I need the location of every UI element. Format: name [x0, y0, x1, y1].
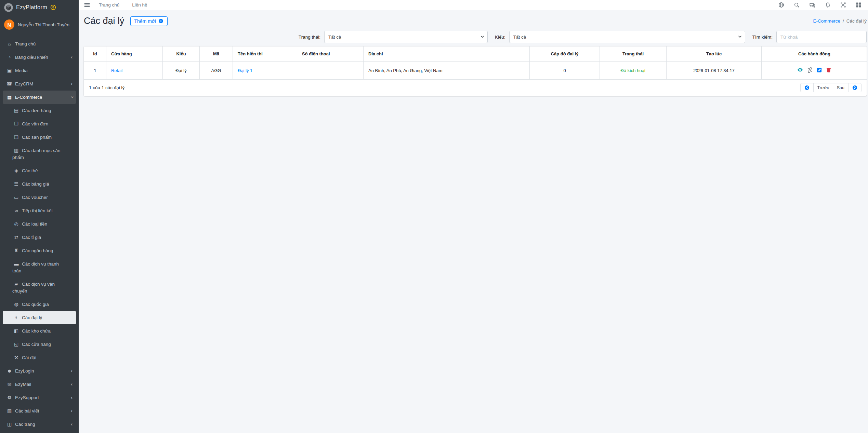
sidebar-item-settings[interactable]: ⚒Cài đặt [3, 351, 76, 364]
table-footer: 1 của 1 các đại lý Trước Sau [84, 80, 867, 96]
chevron-left-icon: ‹ [71, 421, 73, 428]
chevron-left-icon: ‹ [71, 80, 73, 87]
sidebar-item-label: EzyLogin [15, 368, 34, 374]
menu-icon[interactable] [84, 2, 90, 8]
bell-icon[interactable] [825, 2, 831, 8]
sidebar-item-ecommerce[interactable]: ▦E-Commerce‹ [3, 91, 76, 104]
cell-address: An Bình, An Phú, An Giang, Việt Nam [368, 68, 443, 73]
sidebar-item-tags[interactable]: ◈Các thẻ [3, 164, 76, 177]
breadcrumb-parent[interactable]: E-Commerce [813, 18, 840, 24]
sidebar-item-label: Các cửa hàng [22, 342, 51, 347]
view-icon[interactable] [797, 67, 803, 73]
sidebar-item-categories[interactable]: ▥Các danh mục sản phẩm [3, 144, 76, 164]
column-header-display_name: Tên hiển thị [233, 46, 297, 62]
sidebar-item-orders[interactable]: ▤Các đơn hàng [3, 104, 76, 117]
grid-icon[interactable] [856, 2, 862, 8]
affiliate-icon: ∞ [12, 207, 20, 214]
table-row: 1RetailĐại lýAGGĐại lý 1An Bình, An Phú,… [84, 62, 867, 80]
unlink-icon[interactable] [807, 67, 813, 73]
shipping-icon: ▰ [12, 281, 20, 287]
globe-icon[interactable] [778, 2, 784, 8]
sidebar-item-home[interactable]: ⌂Trang chủ [3, 37, 76, 51]
sidebar-item-posts[interactable]: ▧Các bài viết‹ [3, 404, 76, 418]
bank-icon: ♜ [12, 247, 20, 254]
sidebar-item-shipments[interactable]: ❒Các vận đơn [3, 117, 76, 131]
orders-icon: ▤ [12, 107, 20, 114]
sidebar-item-shipping[interactable]: ▰Các dịch vụ vận chuyển [3, 278, 76, 298]
cell-display_name[interactable]: Đại lý 1 [238, 68, 252, 73]
status-filter-select[interactable]: Tất cả [324, 31, 488, 43]
status-filter-label: Trạng thái: [299, 35, 320, 40]
cell-level: 0 [563, 68, 566, 73]
comments-icon[interactable] [809, 2, 815, 8]
first-page-button[interactable] [801, 83, 813, 92]
ecommerce-icon: ▦ [5, 94, 13, 100]
expand-icon[interactable] [840, 2, 846, 8]
next-page-button[interactable]: Sau [833, 83, 848, 92]
delete-icon[interactable] [826, 67, 831, 73]
search-label: Tìm kiếm: [752, 35, 773, 40]
sidebar-item-products[interactable]: ❑Các sản phẩm [3, 131, 76, 144]
sidebar-item-label: Các bài viết [15, 408, 39, 414]
sidebar-item-media[interactable]: ▣Media [3, 64, 76, 77]
sidebar-item-currency[interactable]: ◎Các loại tiền [3, 217, 76, 231]
column-header-type: Kiểu [163, 46, 200, 62]
sidebar-item-country[interactable]: ◍Các quốc gia [3, 298, 76, 311]
cell-store[interactable]: Retail [111, 68, 122, 73]
agents-table-card: IdCửa hàngKiểuMãTên hiển thịSố điện thoạ… [84, 46, 867, 96]
brand-link[interactable]: EzyPlatform [0, 0, 79, 15]
sidebar-item-pages[interactable]: ◫Các trang‹ [3, 418, 76, 431]
sidebar-item-label: EzySupport [15, 395, 39, 400]
edit-icon[interactable] [816, 67, 822, 73]
chevron-left-icon: ‹ [71, 381, 73, 388]
search-input[interactable] [776, 31, 867, 43]
sidebar-item-warehouse[interactable]: ◧Các kho chứa [3, 324, 76, 338]
topbar-link-contact[interactable]: Liên hệ [128, 2, 151, 8]
topbar-icons [778, 2, 863, 8]
sidebar-item-label: E-Commerce [15, 95, 42, 100]
sidebar-item-label: Cài đặt [22, 355, 37, 360]
sidebar-item-store[interactable]: ◱Các cửa hàng [3, 338, 76, 351]
cell-created_at: 2026-01-08 17:34:17 [693, 68, 735, 73]
sidebar-item-label: EzyCRM [15, 81, 33, 86]
topbar-link-home[interactable]: Trang chủ [95, 2, 123, 8]
sidebar-item-dashboard[interactable]: ◔Bảng điều khiển‹ [3, 51, 76, 64]
sidebar-item-item[interactable]: ▬ [3, 431, 76, 433]
sidebar-item-label: Media [15, 68, 28, 73]
avatar: N [4, 19, 14, 30]
sidebar-item-login[interactable]: ☻EzyLogin‹ [3, 364, 76, 378]
sidebar-item-exchange[interactable]: ⇄Các tỉ giá [3, 231, 76, 244]
user-panel[interactable]: N Nguyễn Thị Thanh Tuyền [0, 15, 79, 35]
sidebar-item-bank[interactable]: ♜Các ngân hàng [3, 244, 76, 257]
filter-bar: Trạng thái: Tất cả Kiểu: Tất cả Tìm kiếm… [84, 31, 867, 43]
breadcrumb: E-Commerce / Các đại lý [813, 18, 867, 24]
search-icon[interactable] [794, 2, 800, 8]
results-summary: 1 của 1 các đại lý [89, 85, 124, 90]
shipments-icon: ❒ [12, 120, 20, 127]
sidebar-item-payment[interactable]: ▬Các dịch vụ thanh toán [3, 257, 76, 278]
sidebar-item-pricelist[interactable]: ☰Các bảng giá [3, 177, 76, 191]
user-name: Nguyễn Thị Thanh Tuyền [18, 22, 69, 27]
sidebar-item-agents[interactable]: ♆Các đại lý [3, 311, 76, 324]
last-page-button[interactable] [848, 83, 861, 92]
chevron-left-icon: ‹ [71, 54, 73, 60]
column-header-code: Mã [200, 46, 233, 62]
sidebar-item-label: Các tỉ giá [22, 235, 41, 240]
row-actions [797, 67, 831, 73]
sidebar-item-voucher[interactable]: ▭Các voucher [3, 191, 76, 204]
column-header-created_at: Tạo lúc [667, 46, 762, 62]
agents-icon: ♆ [12, 314, 20, 321]
brand-title: EzyPlatform [16, 4, 47, 11]
sidebar-item-label: Các quốc gia [22, 302, 49, 307]
sidebar-item-support[interactable]: ☸EzySupport‹ [3, 391, 76, 404]
sidebar-item-label: Các loại tiền [22, 221, 47, 227]
add-new-button[interactable]: Thêm mới [130, 16, 168, 26]
sidebar-item-mail[interactable]: ✉EzyMail‹ [3, 378, 76, 391]
previous-page-button[interactable]: Trước [813, 83, 833, 92]
page-title: Các đại lý [84, 16, 124, 26]
type-filter-select[interactable]: Tất cả [509, 31, 745, 43]
sidebar-item-affiliate[interactable]: ∞Tiếp thị liên kết [3, 204, 76, 217]
sidebar-item-crm[interactable]: ☎EzyCRM‹ [3, 77, 76, 91]
chevron-left-icon: ‹ [71, 407, 73, 414]
sidebar-item-label: Các ngân hàng [22, 248, 53, 253]
